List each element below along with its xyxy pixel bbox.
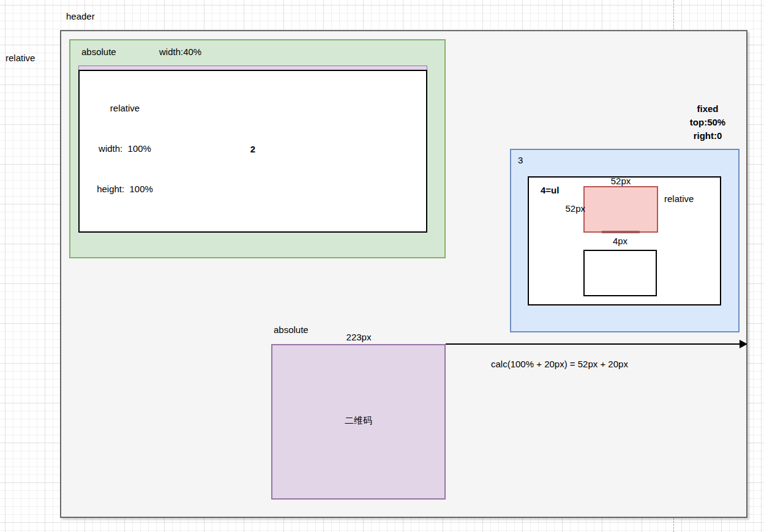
pink-box-bottom-highlight	[602, 231, 640, 233]
inner-relative-label[interactable]: relative	[664, 193, 694, 204]
top-width-label[interactable]: 52px	[602, 176, 639, 186]
fixed-position-note[interactable]: fixed top:50% right:0	[677, 102, 738, 143]
width-arrow-line[interactable]	[446, 343, 743, 345]
purple-box-width-label[interactable]: 223px	[340, 332, 377, 342]
qrcode-purple-box[interactable]: 二维码	[271, 344, 446, 500]
purple-box-position-label[interactable]: absolute	[274, 324, 309, 335]
green-box-position-label: absolute	[81, 47, 116, 57]
width-arrow-head	[740, 340, 747, 348]
header-label[interactable]: header	[66, 11, 95, 21]
blue-box-number: 3	[518, 155, 523, 165]
relative-white-box[interactable]: relative width: 100% height: 100% 2	[78, 70, 427, 233]
left-height-label[interactable]: 52px	[542, 203, 585, 214]
li-pink-box[interactable]	[583, 186, 658, 233]
fixed-note-line2: top:50%	[677, 116, 738, 129]
relative-box-height: height: 100%	[84, 182, 165, 196]
fixed-note-line1: fixed	[677, 102, 738, 116]
calc-formula-label[interactable]: calc(100% + 20px) = 52px + 20px	[491, 359, 628, 369]
second-li-box[interactable]	[583, 250, 657, 296]
ul-label[interactable]: 4=ul	[541, 185, 559, 195]
absolute-green-box[interactable]: absolute width:40% relative width: 100% …	[69, 39, 446, 258]
blue-box-3[interactable]: 3 4=ul 52px 52px relative 4px	[510, 149, 740, 332]
diagram-canvas: header relative absolute width:40% relat…	[0, 0, 764, 532]
gap-4px-label[interactable]: 4px	[602, 236, 639, 246]
outer-relative-label[interactable]: relative	[6, 53, 35, 63]
relative-box-title: relative	[84, 102, 165, 115]
header-panel-box[interactable]: absolute width:40% relative width: 100% …	[60, 30, 747, 518]
green-box-width-label: width:40%	[159, 47, 201, 57]
ul-white-box[interactable]: 4=ul 52px 52px relative 4px	[528, 176, 721, 305]
box-number-2: 2	[80, 144, 426, 154]
fixed-note-line3: right:0	[677, 129, 738, 143]
qrcode-label: 二维码	[272, 415, 444, 427]
